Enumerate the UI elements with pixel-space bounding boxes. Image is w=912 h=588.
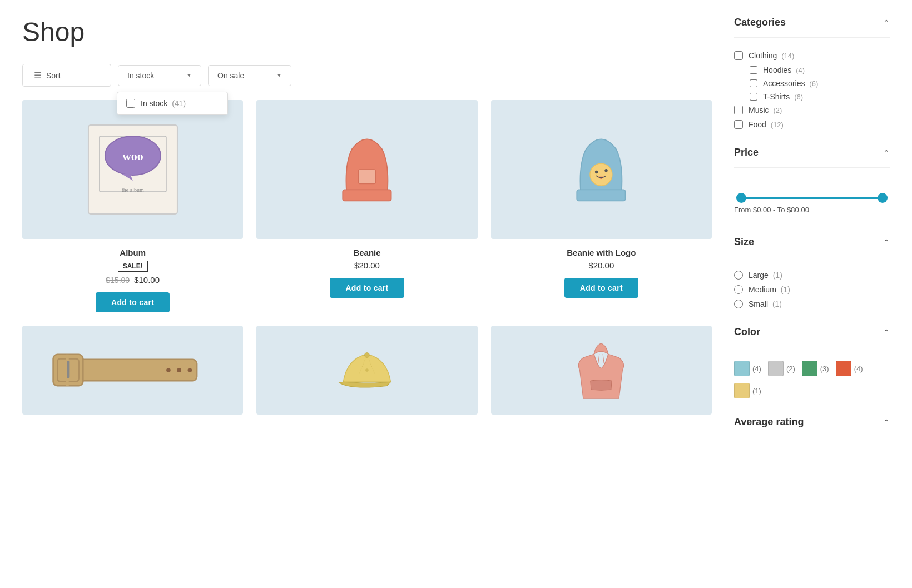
- price-slider-thumb-left[interactable]: [736, 193, 746, 203]
- rating-collapse-icon[interactable]: ⌃: [883, 418, 890, 427]
- price-slider-track[interactable]: [736, 197, 888, 199]
- price-range-wrap: From $0.00 - To $80.00: [734, 181, 890, 218]
- product-image-beanie: [256, 100, 477, 239]
- subcategory-label-accessories: Accessories (6): [763, 79, 818, 88]
- color-collapse-icon[interactable]: ⌃: [883, 328, 890, 337]
- price-wrap-beanie: $20.00: [354, 261, 380, 270]
- svg-rect-6: [343, 190, 391, 201]
- swatch-gray[interactable]: [768, 361, 784, 376]
- category-checkbox-music[interactable]: [734, 106, 743, 114]
- category-item-food[interactable]: Food (12): [734, 120, 890, 129]
- color-swatch-green[interactable]: (3): [802, 361, 829, 376]
- price-slider-thumb-right[interactable]: [878, 193, 888, 203]
- swatch-green-count: (3): [820, 365, 829, 373]
- size-label-small: Small (1): [749, 300, 782, 308]
- color-swatch-yellow[interactable]: (1): [734, 383, 761, 398]
- sidebar-color-header: Color ⌃: [734, 326, 890, 338]
- sidebar-price-header: Price ⌃: [734, 147, 890, 158]
- product-card-cap: [256, 326, 477, 423]
- svg-line-23: [603, 354, 604, 363]
- subcategory-checkbox-tshirts[interactable]: [750, 93, 757, 101]
- size-radio-small[interactable]: [734, 300, 743, 308]
- svg-text:woo: woo: [122, 149, 143, 163]
- subcategory-checkbox-hoodies[interactable]: [750, 66, 757, 74]
- beanie-artwork: [279, 114, 455, 225]
- product-image-hoodie: [491, 326, 712, 415]
- add-to-cart-album[interactable]: Add to cart: [96, 292, 170, 312]
- on-sale-label: On sale: [217, 71, 244, 80]
- category-checkbox-food[interactable]: [734, 120, 743, 129]
- product-name-beanie: Beanie: [353, 248, 380, 257]
- color-swatch-red[interactable]: (4): [836, 361, 863, 376]
- product-card-beanie: Beanie $20.00 Add to cart: [256, 100, 477, 312]
- product-card-hoodie: [491, 326, 712, 423]
- size-item-small[interactable]: Small (1): [734, 300, 890, 308]
- swatch-yellow[interactable]: [734, 383, 750, 398]
- filter-bar: ☰ Sort In stock ▼ On sale ▼ In stock (41…: [22, 64, 712, 87]
- sidebar-price-section: Price ⌃ From $0.00 - To $80.00: [734, 147, 890, 218]
- swatch-blue[interactable]: [734, 361, 750, 376]
- size-collapse-icon[interactable]: ⌃: [883, 238, 890, 247]
- size-item-medium[interactable]: Medium (1): [734, 285, 890, 294]
- belt-artwork: [44, 335, 221, 406]
- category-item-music[interactable]: Music (2): [734, 106, 890, 114]
- in-stock-filter[interactable]: In stock ▼: [118, 65, 201, 86]
- color-swatch-blue[interactable]: (4): [734, 361, 761, 376]
- swatch-gray-count: (2): [786, 365, 795, 373]
- product-image-beanie-logo: [491, 100, 712, 239]
- svg-text:the album: the album: [122, 187, 144, 193]
- product-card-album: woo the album Album SALE! $15.00 $10.00 …: [22, 100, 243, 312]
- svg-point-13: [166, 368, 171, 372]
- svg-line-22: [598, 354, 599, 363]
- in-stock-checkbox[interactable]: [126, 99, 135, 108]
- product-card-belt: [22, 326, 243, 423]
- svg-point-9: [590, 163, 612, 186]
- subcategory-item-tshirts[interactable]: T-Shirts (6): [750, 92, 890, 101]
- category-label-food: Food (12): [749, 120, 784, 129]
- sidebar-size-section: Size ⌃ Large (1) Medium (1): [734, 236, 890, 308]
- categories-collapse-icon[interactable]: ⌃: [883, 18, 890, 27]
- size-label-medium: Medium (1): [749, 285, 790, 294]
- swatch-green[interactable]: [802, 361, 817, 376]
- sidebar: Categories ⌃ Clothing (14) Hoodies (4): [734, 17, 890, 455]
- main-content: Shop ☰ Sort In stock ▼ On sale ▼ In sto: [22, 17, 734, 455]
- sidebar-size-title: Size: [734, 236, 754, 248]
- swatch-red-count: (4): [854, 365, 863, 373]
- price-wrap-album: $15.00 $10.00: [106, 275, 160, 285]
- size-label-large: Large (1): [749, 271, 782, 280]
- size-radio-medium[interactable]: [734, 285, 743, 294]
- size-radio-large[interactable]: [734, 271, 743, 280]
- add-to-cart-beanie-logo[interactable]: Add to cart: [564, 278, 638, 298]
- on-sale-arrow: ▼: [276, 72, 282, 78]
- category-item-clothing[interactable]: Clothing (14): [734, 51, 890, 60]
- color-swatch-gray[interactable]: (2): [768, 361, 795, 376]
- price-divider: [734, 167, 890, 168]
- add-to-cart-beanie[interactable]: Add to cart: [330, 278, 404, 298]
- subcategory-label-tshirts: T-Shirts (6): [763, 92, 803, 101]
- sort-button[interactable]: ☰ Sort: [22, 64, 111, 87]
- hoodie-artwork: [513, 335, 690, 406]
- size-item-large[interactable]: Large (1): [734, 271, 890, 280]
- product-name-album: Album: [120, 248, 146, 257]
- sort-icon: ☰: [34, 70, 42, 81]
- price-wrap-beanie-logo: $20.00: [588, 261, 614, 270]
- sidebar-price-title: Price: [734, 147, 759, 158]
- product-image-album: woo the album: [22, 100, 243, 239]
- price-collapse-icon[interactable]: ⌃: [883, 148, 890, 157]
- subcategory-item-accessories[interactable]: Accessories (6): [750, 79, 890, 88]
- swatch-yellow-count: (1): [752, 387, 761, 395]
- sort-label: Sort: [46, 71, 61, 80]
- in-stock-dropdown-item[interactable]: In stock (41): [126, 99, 219, 108]
- on-sale-filter[interactable]: On sale ▼: [208, 65, 291, 86]
- sidebar-categories-title: Categories: [734, 17, 786, 28]
- sidebar-size-header: Size ⌃: [734, 236, 890, 248]
- in-stock-dropdown-label: In stock (41): [141, 99, 186, 108]
- category-checkbox-clothing[interactable]: [734, 51, 743, 60]
- subcategory-item-hoodies[interactable]: Hoodies (4): [750, 66, 890, 74]
- svg-point-21: [365, 368, 369, 372]
- subcategory-checkbox-accessories[interactable]: [750, 79, 757, 87]
- svg-rect-8: [577, 190, 626, 201]
- product-card-beanie-logo: Beanie with Logo $20.00 Add to cart: [491, 100, 712, 312]
- price-current-album: $10.00: [134, 275, 160, 285]
- swatch-red[interactable]: [836, 361, 851, 376]
